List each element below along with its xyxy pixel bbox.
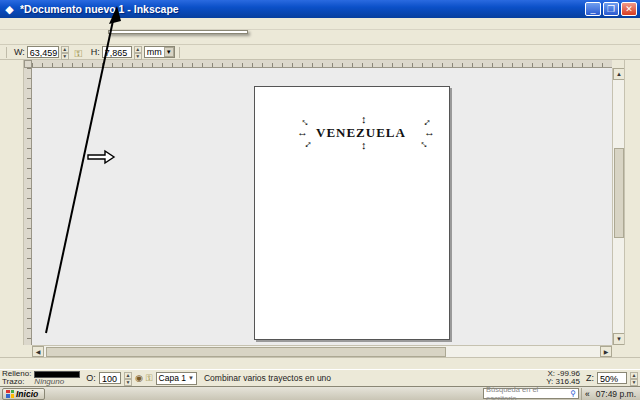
horizontal-scrollbar[interactable]: ◀ ▶ [32,345,612,357]
toolbox [0,60,24,345]
width-input[interactable]: 63,459 [27,46,59,58]
title-bar: ◆ *Documento nuevo 1 - Inkscape _ ❐ ✕ [0,0,640,18]
horizontal-scroll-thumb[interactable] [46,347,446,357]
height-spinner[interactable]: ▲▼ [134,46,142,58]
layer-visibility-icon[interactable]: ◉ [135,372,143,384]
horizontal-ruler[interactable] [32,60,612,68]
height-input[interactable]: 7,865 [102,46,132,58]
windows-logo-icon [6,390,14,398]
ruler-corner [24,60,32,68]
tool-controls-toolbar: W: 63,459 ▲▼ ⚿ H: 7,865 ▲▼ mm ▼ [0,45,640,60]
layer-dropdown[interactable]: Capa 1 ▼ [156,372,197,385]
vertical-scrollbar[interactable]: ▲ ▼ [612,68,624,345]
scroll-left-icon[interactable]: ◀ [32,346,44,357]
close-button[interactable]: ✕ [621,2,637,16]
minimize-button[interactable]: _ [585,2,601,16]
commands-toolbar [0,30,640,45]
unit-value: mm [147,47,162,57]
scale-handle-s[interactable]: ↕ [361,140,367,150]
toolbar-separator [179,47,180,58]
width-spinner[interactable]: ▲▼ [61,46,69,58]
tray-chevron-icon[interactable]: « [585,389,590,399]
scroll-right-icon[interactable]: ▶ [600,346,612,357]
layer-name: Capa 1 [159,373,186,383]
chevron-down-icon: ▼ [188,375,194,381]
selected-object[interactable]: VENEZUELA ↔ ↕ ↔ ↔ ↔ ↔ ↕ ↔ [303,118,429,146]
taskbar-clock: 07:49 p.m. [594,389,638,399]
start-label: Inicio [16,389,38,399]
height-label: H: [91,47,100,57]
zoom-input[interactable]: 50% [597,372,627,384]
maximize-button[interactable]: ❐ [603,2,619,16]
canvas[interactable]: VENEZUELA ↔ ↕ ↔ ↔ ↔ ↔ ↕ ↔ [32,68,612,345]
opacity-label: O: [86,373,96,383]
opacity-input[interactable]: 100 [99,372,121,384]
stroke-value[interactable]: Ninguno [34,378,80,386]
status-bar: Relleno: Trazo: Ninguno O: 100 ▲▼ ◉ ⚿ Ca… [0,369,640,386]
snap-toolbar [624,60,640,345]
window-title: *Documento nuevo 1 - Inkscape [20,3,585,15]
toolbar-separator [6,47,7,58]
scale-handle-n[interactable]: ↕ [361,114,367,124]
search-icon: ⚲ [571,389,577,398]
color-palette [0,357,640,369]
system-tray: « 07:49 p.m. [581,388,638,400]
layer-lock-icon[interactable]: ⚿ [146,372,153,384]
zoom-spinner[interactable]: ▲▼ [630,372,638,384]
taskbar: Inicio Búsqueda en el escritorio ⚲ « 07:… [0,386,640,400]
chevron-down-icon: ▼ [164,47,174,57]
trayecto-dropdown-menu [108,30,248,34]
desktop-search-input[interactable]: Búsqueda en el escritorio ⚲ [483,388,579,399]
vertical-ruler[interactable] [24,68,32,345]
width-label: W: [14,47,25,57]
stroke-label: Trazo: [2,378,31,386]
search-placeholder: Búsqueda en el escritorio [486,385,571,400]
opacity-spinner[interactable]: ▲▼ [124,372,132,384]
menu-bar [0,18,640,30]
zoom-label: Z: [586,373,594,383]
unit-dropdown[interactable]: mm ▼ [144,46,175,58]
status-hint: Combinar varios trayectos en uno [200,373,543,383]
vertical-scroll-thumb[interactable] [614,148,624,238]
start-button[interactable]: Inicio [2,388,45,400]
inkscape-app-icon: ◆ [3,3,16,16]
lock-ratio-icon[interactable]: ⚿ [71,46,86,59]
